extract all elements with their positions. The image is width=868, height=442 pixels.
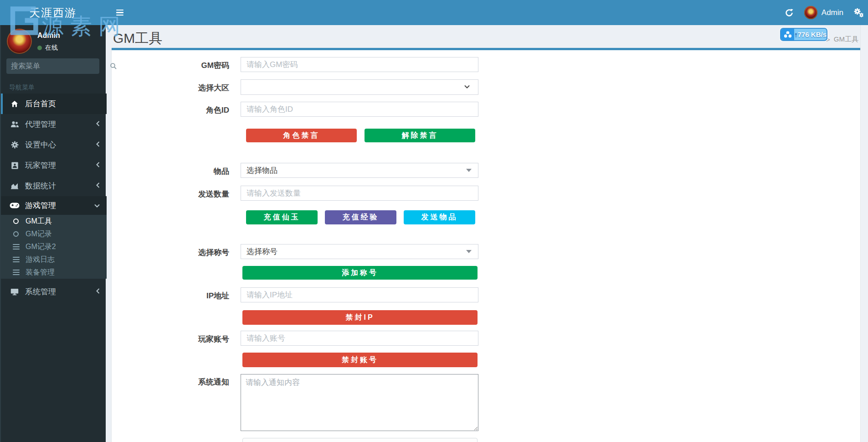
ban-account-button[interactable]: 禁封账号	[242, 353, 478, 367]
circle-icon	[12, 218, 20, 224]
gm-password-input[interactable]	[241, 57, 478, 72]
sidebar-item-gm-record2[interactable]: GM记录2	[1, 240, 107, 253]
dropdown-arrow-icon	[466, 169, 472, 172]
sidebar-submenu-game: GM工具 GM记录 GM记录2 游戏日志	[1, 215, 107, 279]
sidebar-toggle-button[interactable]	[109, 0, 130, 25]
list-icon	[12, 244, 20, 250]
gm-tool-panel: GM密码 选择大区 角色ID 角色禁言 解除禁言 物品 选择物品 发送数量 充值…	[112, 48, 860, 442]
next-field-cutoff[interactable]	[242, 438, 478, 442]
account-input[interactable]	[241, 331, 478, 346]
send-count-input[interactable]	[241, 186, 478, 201]
recharge-jade-button[interactable]: 充值仙玉	[246, 210, 318, 224]
navbar-username: Admin	[822, 8, 843, 17]
gamepad-icon	[10, 202, 19, 210]
item-label: 物品	[138, 166, 229, 177]
sidebar-item-agents[interactable]: 代理管理	[1, 114, 107, 135]
region-select[interactable]	[241, 79, 478, 95]
dropdown-arrow-icon	[466, 250, 472, 253]
sidebar-item-home[interactable]: 后台首页	[1, 94, 107, 114]
sidebar-item-gm-record[interactable]: GM记录	[1, 228, 107, 240]
sidebar-item-gm-tool[interactable]: GM工具	[1, 215, 107, 228]
top-navbar: 天涯西游 Admin	[0, 0, 868, 25]
region-label: 选择大区	[138, 83, 229, 93]
avatar	[7, 29, 32, 54]
online-status-label: 在线	[45, 44, 58, 52]
breadcrumb: > GM工具	[826, 35, 858, 44]
notice-textarea[interactable]	[241, 374, 478, 431]
sidebar: Admin 在线 导航菜单 后台首页	[0, 25, 106, 442]
chevron-left-icon	[96, 120, 100, 129]
ban-ip-button[interactable]: 禁封IP	[242, 310, 478, 325]
chevron-left-icon	[96, 161, 100, 170]
sidebar-item-statistics[interactable]: 数据统计	[1, 176, 107, 196]
user-menu[interactable]: Admin	[804, 6, 843, 19]
users-icon	[10, 120, 19, 129]
search-input[interactable]	[6, 62, 110, 70]
title-select-label: 选择称号	[138, 247, 229, 258]
sidebar-item-game-log[interactable]: 游戏日志	[1, 253, 107, 266]
app-title: 天涯西游	[29, 5, 77, 20]
main-content: GM工具 ↑776 KB/s > GM工具 GM密码 选择大区 角色ID 角色禁…	[106, 25, 860, 442]
mute-role-button[interactable]: 角色禁言	[246, 129, 357, 142]
title-select[interactable]: 选择称号	[241, 244, 478, 259]
cloud-trefoil-icon	[781, 29, 794, 40]
sidebar-item-system[interactable]: 系统管理	[1, 281, 107, 302]
sidebar-section-label: 导航菜单	[9, 83, 35, 92]
breadcrumb-current: GM工具	[834, 35, 858, 44]
sidebar-user-panel: Admin 在线	[7, 29, 60, 54]
download-speed-badge[interactable]: ↑776 KB/s	[780, 28, 827, 41]
settings-gears-icon[interactable]	[853, 8, 863, 18]
account-label: 玩家账号	[138, 334, 229, 344]
refresh-icon[interactable]	[784, 8, 794, 18]
notice-label: 系统通知	[138, 377, 229, 387]
unmute-role-button[interactable]: 解除禁言	[365, 129, 475, 142]
list-icon	[12, 257, 20, 263]
list-icon	[12, 270, 20, 276]
sidebar-item-settings[interactable]: 设置中心	[1, 135, 107, 155]
circle-icon	[12, 231, 20, 237]
add-title-button[interactable]: 添加称号	[242, 266, 478, 280]
send-count-label: 发送数量	[138, 189, 229, 199]
sidebar-menu: 后台首页 代理管理	[1, 94, 107, 302]
avatar	[804, 6, 817, 19]
page-title: GM工具	[113, 29, 162, 48]
gm-password-label: GM密码	[138, 60, 229, 71]
send-item-button[interactable]: 发送物品	[404, 210, 475, 224]
ip-label: IP地址	[138, 291, 229, 301]
online-status-dot	[37, 46, 42, 50]
page-scrollbar[interactable]	[860, 25, 868, 442]
chevron-left-icon	[96, 140, 100, 150]
search-icon[interactable]	[110, 62, 117, 70]
ip-input[interactable]	[241, 287, 478, 302]
app-logo-title[interactable]: 天涯西游	[0, 0, 106, 25]
item-select[interactable]: 选择物品	[241, 163, 478, 178]
recharge-exp-button[interactable]: 充值经验	[325, 210, 396, 224]
home-icon	[10, 100, 19, 108]
sidebar-item-game-management[interactable]: 游戏管理	[1, 196, 107, 215]
sidebar-search	[6, 58, 99, 74]
chevron-left-icon	[96, 182, 100, 191]
gears-icon	[10, 141, 19, 149]
speed-text: ↑776 KB/s	[794, 31, 827, 38]
chevron-down-icon	[94, 201, 100, 210]
role-id-label: 角色ID	[138, 105, 229, 115]
sidebar-item-equipment[interactable]: 装备管理	[1, 266, 107, 279]
sidebar-item-players[interactable]: 玩家管理	[1, 155, 107, 176]
desktop-icon	[10, 288, 19, 296]
id-card-icon	[10, 161, 19, 170]
chart-icon	[10, 182, 19, 190]
role-id-input[interactable]	[241, 102, 478, 117]
sidebar-username: Admin	[37, 31, 60, 40]
chevron-left-icon	[96, 287, 100, 296]
